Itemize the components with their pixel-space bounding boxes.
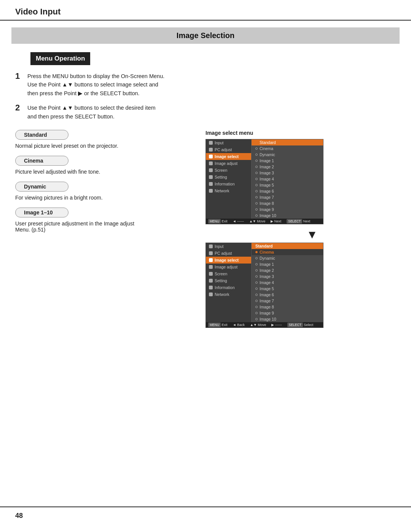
menu2-left-screen: Screen — [206, 270, 251, 277]
menu1-right-image7: Image 7 — [252, 194, 323, 200]
image4-dot — [255, 178, 258, 180]
m2-input-icon — [209, 244, 213, 248]
menu1-left-col: Input PC adjust Image select Image adjus… — [206, 139, 252, 219]
menu2-right-cinema: Cinema — [252, 249, 323, 255]
network-icon — [209, 189, 213, 193]
image-1-10-desc: User preset picture adjustment in the Im… — [15, 220, 198, 233]
standard-desc: Normal picture level preset on the proje… — [15, 143, 198, 149]
image-select-menu-label: Image select menu — [206, 130, 396, 136]
m2-screen-icon — [209, 272, 213, 276]
menu2-right-image3: Image 3 — [252, 273, 323, 280]
m2-network-icon — [209, 292, 213, 296]
image5-dot — [255, 184, 258, 186]
menu1-right-image10: Image 10 — [252, 212, 323, 219]
image3-dot — [255, 172, 258, 174]
menu1-left-screen: Screen — [206, 167, 251, 174]
menu1-left-network: Network — [206, 187, 251, 194]
menu1-left-information: Information — [206, 181, 251, 187]
menu2-left-imageadjust: Image adjust — [206, 264, 251, 270]
image6-dot — [255, 190, 258, 192]
menu2-right-image8: Image 8 — [252, 304, 323, 310]
dynamic-dot — [255, 153, 258, 156]
menu1-right-image3: Image 3 — [252, 170, 323, 176]
page-header: Video Input — [0, 0, 411, 21]
pcadjust-icon — [209, 148, 213, 152]
cinema-dot — [255, 147, 258, 150]
imageselect-icon — [209, 155, 213, 158]
menu2-right-image2: Image 2 — [252, 267, 323, 273]
step-1: 1 Press the MENU button to display the O… — [15, 71, 396, 97]
standard-label: Standard — [15, 130, 68, 140]
image9-dot — [255, 208, 258, 211]
menu1-right-image9: Image 9 — [252, 206, 323, 212]
image7-dot — [255, 196, 258, 198]
two-col-area: Standard Normal picture level preset on … — [0, 130, 411, 332]
menu1-left-input: Input — [206, 139, 251, 146]
step-2-number: 2 — [15, 103, 27, 113]
page-number: 48 — [15, 512, 23, 520]
menu2-left-input: Input — [206, 243, 251, 250]
menu-operation-bar: Menu Operation — [30, 52, 90, 65]
menu2-right-image9: Image 9 — [252, 310, 323, 316]
m2-imageselect-icon — [209, 258, 213, 262]
m2-image10-dot — [255, 318, 258, 320]
image1-dot — [255, 160, 258, 162]
m2-image4-dot — [255, 281, 258, 284]
menu1-left-imageselect: Image select — [206, 153, 251, 160]
menu2-right-col: Standard Cinema Dynamic Image 1 — [252, 243, 323, 322]
m2-image5-dot — [255, 288, 258, 290]
projector-menu-2: Input PC adjust Image select Image adjus… — [206, 243, 323, 328]
cinema-label: Cinema — [15, 156, 68, 166]
dynamic-desc: For viewing pictures in a bright room. — [15, 195, 198, 201]
menu1-right-image5: Image 5 — [252, 182, 323, 188]
m2-information-icon — [209, 286, 213, 289]
setting-icon — [209, 175, 213, 179]
menu2-left-network: Network — [206, 291, 251, 298]
m2-image3-dot — [255, 275, 258, 278]
menu2-right-image10: Image 10 — [252, 316, 323, 322]
menu1-right-col: Standard Cinema Dynamic Image 1 — [252, 139, 323, 219]
menu2-right-dynamic: Dynamic — [252, 255, 323, 261]
menu2-right-image4: Image 4 — [252, 280, 323, 286]
arrow-down-icon: ▼ — [228, 229, 396, 240]
steps-area: 1 Press the MENU button to display the O… — [0, 71, 411, 121]
screen-icon — [209, 168, 213, 172]
m2-image8-dot — [255, 306, 258, 308]
m2-dynamic-dot — [255, 257, 258, 259]
menu1-right-image2: Image 2 — [252, 164, 323, 170]
menu2-left-imageselect: Image select — [206, 257, 251, 264]
left-column: Standard Normal picture level preset on … — [15, 130, 198, 332]
m2-image1-dot — [255, 263, 258, 265]
menu2-left-information: Information — [206, 284, 251, 291]
menu1-right-image4: Image 4 — [252, 176, 323, 182]
dynamic-label: Dynamic — [15, 182, 68, 192]
step-1-number: 1 — [15, 71, 27, 81]
m2-image9-dot — [255, 312, 258, 314]
menu2-left-setting: Setting — [206, 277, 251, 284]
menu2-right-standard-header: Standard — [252, 243, 323, 249]
menu2-right-image7: Image 7 — [252, 298, 323, 304]
right-column: Image select menu Input PC adjust Image … — [198, 130, 396, 332]
input-icon — [209, 141, 213, 145]
m2-image2-dot — [255, 269, 258, 272]
step-2-text: Use the Point ▲▼ buttons to select the d… — [27, 104, 156, 121]
menu1-right-cinema: Cinema — [252, 145, 323, 152]
page-title: Video Input — [15, 7, 61, 16]
image10-dot — [255, 214, 258, 217]
step-1-text: Press the MENU button to display the On-… — [27, 72, 164, 97]
menu2-footer: MENU Exit ◄ Back ▲▼ Move ▶ ------ SELECT… — [206, 322, 323, 328]
m2-pcadjust-icon — [209, 251, 213, 255]
image2-dot — [255, 166, 258, 168]
menu2-right-image6: Image 6 — [252, 292, 323, 298]
menu1-left-imageadjust: Image adjust — [206, 160, 251, 167]
menu1-right-image6: Image 6 — [252, 188, 323, 194]
image8-dot — [255, 202, 258, 204]
bottom-line — [0, 506, 411, 507]
menu1-right-image1: Image 1 — [252, 158, 323, 164]
menu1-left-pcadjust: PC adjust — [206, 146, 251, 153]
m2-image7-dot — [255, 300, 258, 302]
menu2-right-image5: Image 5 — [252, 286, 323, 292]
section-title-bar: Image Selection — [11, 27, 400, 44]
menu1-left-setting: Setting — [206, 174, 251, 181]
cinema-desc: Picture level adjusted with fine tone. — [15, 169, 198, 175]
